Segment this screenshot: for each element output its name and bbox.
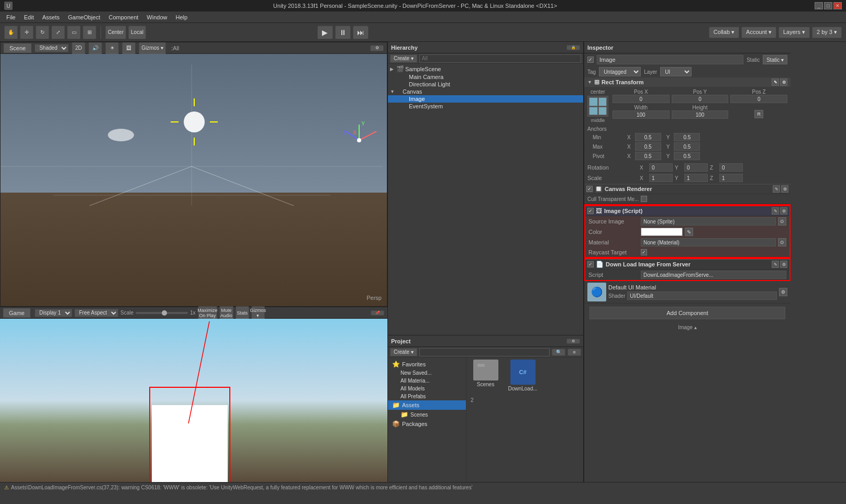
project-fav-new[interactable]: New Saved... — [396, 369, 466, 377]
project-fav-models[interactable]: All Models — [396, 385, 466, 393]
2d-button[interactable]: 2D — [72, 42, 85, 55]
project-fav-prefabs[interactable]: All Prefabs — [396, 393, 466, 400]
effects-button[interactable]: 🖼 — [122, 42, 136, 55]
scale-slider[interactable] — [136, 312, 188, 314]
scene-tab[interactable]: Scene — [4, 43, 31, 53]
download-script-asset[interactable]: C# DownLoad... — [506, 360, 540, 391]
raycast-check[interactable] — [641, 249, 647, 255]
pos-x-input[interactable] — [613, 95, 670, 103]
component-enabled-check[interactable] — [587, 57, 594, 63]
add-component-button[interactable]: Add Component — [589, 307, 785, 319]
hierarchy-canvas[interactable]: ▼ Canvas — [388, 88, 583, 95]
project-filter-btn[interactable]: ≡ — [567, 349, 581, 356]
width-input[interactable] — [613, 110, 670, 119]
collab-button[interactable]: Collab ▾ — [709, 27, 739, 38]
rotate-tool[interactable]: ↻ — [36, 26, 49, 39]
multi-tool[interactable]: ⊞ — [83, 26, 96, 39]
hierarchy-lock-btn[interactable]: 🔒 — [566, 45, 580, 50]
download-settings-icon[interactable]: ⚙ — [780, 261, 787, 268]
project-scenes-folder[interactable]: 📁 Scenes — [396, 410, 466, 419]
move-tool[interactable]: ✛ — [20, 26, 34, 39]
anchor-max-y[interactable] — [674, 142, 700, 151]
rot-y-input[interactable] — [684, 163, 708, 172]
menu-edit[interactable]: Edit — [20, 13, 38, 21]
material-input[interactable] — [641, 238, 776, 247]
audio-button[interactable]: 🔊 — [88, 42, 102, 55]
source-image-select-btn[interactable]: ⊙ — [778, 217, 786, 226]
download-script-check[interactable] — [587, 261, 594, 267]
material-settings-btn[interactable]: ⚙ — [779, 288, 787, 296]
maximize-on-play[interactable]: Maximize On Play — [198, 306, 217, 320]
download-edit-icon[interactable]: ✎ — [772, 261, 779, 268]
game-tab[interactable]: Game — [3, 308, 30, 318]
rt-edit-icon[interactable]: ✎ — [772, 79, 779, 86]
pos-y-input[interactable] — [672, 95, 729, 103]
layout-button[interactable]: 2 by 3 ▾ — [812, 27, 842, 38]
canvas-renderer-edit-icon[interactable]: ✎ — [773, 185, 780, 193]
step-button[interactable]: ⏭ — [353, 26, 369, 39]
local-button[interactable]: Local — [128, 26, 146, 39]
menu-file[interactable]: File — [2, 13, 20, 21]
anchor-min-y[interactable] — [674, 133, 700, 141]
hierarchy-directional-light[interactable]: Directional Light — [388, 81, 583, 88]
account-button[interactable]: Account ▾ — [741, 27, 776, 38]
aspect-select[interactable]: Free Aspect — [74, 309, 118, 317]
rect-transform-header[interactable]: ▼ ⊞ Rect Transform ✎ ⚙ — [584, 77, 791, 87]
scale-tool[interactable]: ⤢ — [51, 26, 65, 39]
static-toggle-btn[interactable]: Static ▾ — [763, 55, 787, 64]
close-button[interactable]: ✕ — [833, 2, 842, 9]
menu-help[interactable]: Help — [171, 13, 192, 21]
shading-mode[interactable]: Shaded — [35, 44, 69, 52]
image-script-settings-icon[interactable]: ⚙ — [780, 207, 787, 215]
project-favorites[interactable]: ⭐ Favorites — [388, 360, 466, 369]
project-fav-materia[interactable]: All Materia... — [396, 377, 466, 385]
pivot-x[interactable] — [635, 152, 661, 160]
gizmos-game-button[interactable]: Gizmos ▾ — [251, 306, 265, 320]
pause-button[interactable]: ⏸ — [335, 26, 351, 39]
constrain-proportions-btn[interactable]: R — [754, 110, 763, 118]
tag-select[interactable]: Untagged — [599, 67, 641, 76]
project-settings-btn[interactable]: ⚙ — [566, 339, 580, 344]
play-button[interactable]: ▶ — [317, 26, 333, 39]
scene-canvas[interactable]: Persp X Y Z — [1, 54, 387, 306]
hierarchy-image[interactable]: Image — [388, 95, 583, 103]
script-input[interactable] — [641, 271, 786, 279]
menu-component[interactable]: Component — [104, 13, 142, 21]
component-name-input[interactable] — [597, 55, 743, 64]
hierarchy-main-camera[interactable]: Main Camera — [388, 73, 583, 81]
rot-x-input[interactable] — [649, 163, 673, 172]
scenes-folder-asset[interactable]: Scenes — [469, 360, 503, 391]
scale-x-input[interactable] — [649, 174, 673, 182]
gizmos-button[interactable]: Gizmos ▾ — [139, 42, 166, 55]
hand-tool[interactable]: ✋ — [4, 26, 18, 39]
project-packages[interactable]: 📦 Packages — [388, 419, 466, 429]
source-image-input[interactable] — [641, 217, 776, 226]
project-create-btn[interactable]: Create ▾ — [390, 348, 417, 356]
canvas-renderer-settings-icon[interactable]: ⚙ — [781, 185, 788, 193]
hierarchy-create-btn[interactable]: Create ▾ — [390, 54, 417, 63]
center-button[interactable]: Center — [105, 26, 126, 39]
rect-tool[interactable]: ▭ — [67, 26, 81, 39]
stats-button[interactable]: Stats — [236, 306, 249, 320]
maximize-button[interactable]: □ — [824, 2, 832, 9]
color-swatch[interactable] — [641, 228, 683, 236]
minimize-button[interactable]: _ — [815, 2, 823, 9]
scale-y-input[interactable] — [684, 174, 708, 182]
rot-z-input[interactable] — [719, 163, 743, 172]
rt-settings-icon[interactable]: ⚙ — [780, 79, 787, 86]
anchor-min-x[interactable] — [635, 133, 661, 141]
hierarchy-search[interactable] — [419, 54, 581, 63]
hierarchy-samplescene[interactable]: ▶ 🎬 SampleScene — [388, 65, 583, 73]
project-search-btn[interactable]: 🔍 — [552, 349, 565, 356]
scene-settings-btn[interactable]: ⚙ — [370, 45, 384, 51]
menu-assets[interactable]: Assets — [38, 13, 64, 21]
mute-audio[interactable]: Mute Audio — [219, 306, 233, 320]
game-canvas[interactable] — [0, 319, 387, 482]
menu-gameobject[interactable]: GameObject — [64, 13, 105, 21]
menu-window[interactable]: Window — [142, 13, 171, 21]
material-select-btn[interactable]: ⊙ — [778, 238, 786, 247]
pos-z-input[interactable] — [730, 95, 787, 103]
anchor-max-x[interactable] — [635, 142, 661, 151]
game-pin-btn[interactable]: 📌 — [371, 310, 384, 316]
display-select[interactable]: Display 1 — [35, 309, 72, 317]
